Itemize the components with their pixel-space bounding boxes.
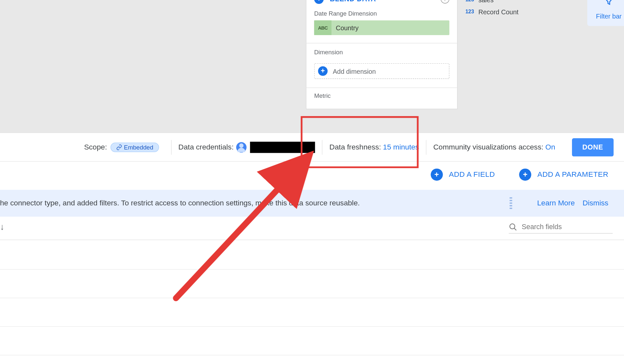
field-name: sales	[478, 0, 494, 3]
plus-icon: +	[431, 169, 443, 181]
table-row[interactable]	[0, 327, 624, 355]
banner-text: he connector type, and added filters. To…	[0, 199, 505, 208]
search-icon	[509, 223, 517, 231]
datasource-toolbar: Scope: Embedded Data credentials: Data f…	[0, 133, 624, 162]
field-type-badge: ABC	[314, 20, 332, 35]
divider	[322, 140, 322, 154]
fields-table	[0, 241, 624, 355]
fields-header-row	[0, 217, 624, 240]
plus-icon: +	[318, 66, 328, 76]
dimension-label: Dimension	[306, 43, 457, 59]
link-icon	[116, 144, 122, 150]
search-fields-input[interactable]	[522, 223, 613, 231]
freshness-value[interactable]: 15 minutes	[383, 143, 419, 151]
svg-line-1	[514, 228, 516, 230]
filter-icon	[604, 0, 614, 9]
resize-handle-icon[interactable]	[509, 197, 512, 209]
field-row[interactable]: 123 Record Count	[465, 6, 578, 18]
chart-properties-panel: + BLEND DATA ? Date Range Dimension ABC …	[306, 0, 458, 109]
info-banner: he connector type, and added filters. To…	[0, 190, 624, 217]
add-field-label: ADD A FIELD	[449, 170, 495, 179]
available-fields-list: 123 sales 123 Record Count	[465, 0, 578, 18]
add-parameter-button[interactable]: + ADD A PARAMETER	[519, 169, 608, 181]
table-row[interactable]	[0, 269, 624, 298]
search-fields-wrapper[interactable]	[509, 223, 613, 233]
divider	[171, 140, 171, 154]
metric-label: Metric	[314, 92, 449, 99]
done-button[interactable]: DONE	[572, 138, 614, 156]
filter-bar-label: Filter bar	[596, 12, 622, 20]
blend-data-label: BLEND DATA	[330, 0, 441, 3]
divider	[426, 140, 426, 154]
viz-access-label: Community visualizations access:	[433, 143, 543, 151]
blend-data-row[interactable]: + BLEND DATA ?	[306, 0, 457, 10]
credentials-value-redacted[interactable]	[250, 141, 315, 153]
field-chip-text: Country	[332, 24, 358, 32]
plus-icon: +	[314, 0, 324, 4]
credentials-label: Data credentials:	[178, 143, 234, 151]
date-range-dimension-label: Date Range Dimension	[306, 10, 457, 20]
filter-bar-tool[interactable]: Filter bar	[587, 0, 624, 26]
date-range-field-chip[interactable]: ABC Country	[314, 20, 449, 35]
field-type-badge: 123	[465, 0, 478, 3]
add-actions-row: + ADD A FIELD + ADD A PARAMETER	[0, 162, 624, 188]
help-icon[interactable]: ?	[441, 0, 449, 4]
scope-chip[interactable]: Embedded	[110, 142, 159, 152]
scope-label: Scope:	[84, 143, 107, 151]
dismiss-link[interactable]: Dismiss	[583, 199, 608, 208]
field-name: Record Count	[478, 8, 518, 16]
viz-access-value[interactable]: On	[545, 143, 555, 151]
add-dimension-button[interactable]: + Add dimension	[314, 63, 449, 79]
add-dimension-text: Add dimension	[333, 67, 376, 75]
plus-icon: +	[519, 169, 531, 181]
scope-value: Embedded	[124, 144, 153, 150]
add-parameter-label: ADD A PARAMETER	[538, 170, 608, 179]
user-avatar-icon	[236, 142, 247, 152]
field-row[interactable]: 123 sales	[465, 0, 578, 6]
table-row[interactable]	[0, 298, 624, 327]
table-row[interactable]	[0, 241, 624, 269]
learn-more-link[interactable]: Learn More	[537, 199, 575, 208]
freshness-label: Data freshness:	[330, 143, 381, 151]
field-type-badge: 123	[465, 9, 478, 15]
add-field-button[interactable]: + ADD A FIELD	[431, 169, 495, 181]
svg-point-0	[510, 224, 515, 229]
